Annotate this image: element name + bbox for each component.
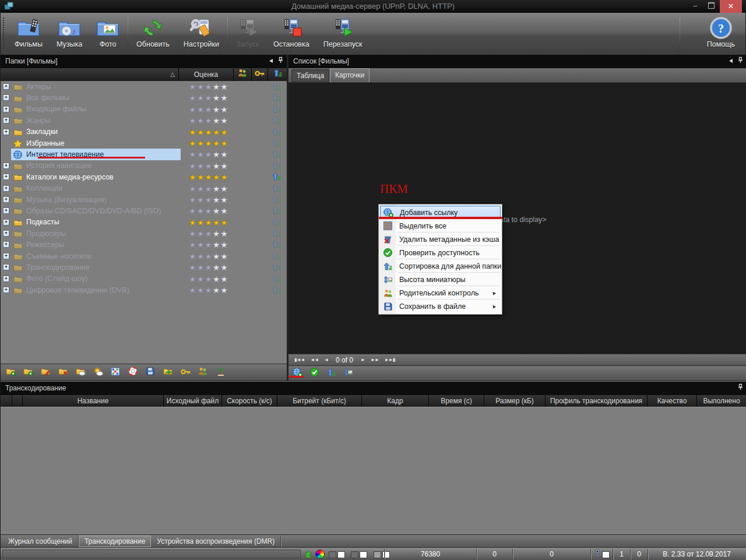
toolbar-button-settings[interactable]: Настройки <box>177 15 226 50</box>
expand-icon[interactable]: + <box>3 230 9 237</box>
expand-icon[interactable]: + <box>3 241 9 248</box>
toolbar-button-vacation[interactable] <box>215 368 226 378</box>
restore-button[interactable] <box>703 0 719 12</box>
rating-stars[interactable]: ★★★★★ <box>182 206 235 216</box>
toolbar-button-folder-edit[interactable] <box>40 368 51 378</box>
toolbar-button-sort[interactable] <box>326 368 336 378</box>
toolbar-button-refresh[interactable]: Обновить <box>129 15 177 50</box>
column-header-spacer-0[interactable] <box>1 395 12 407</box>
column-header-5[interactable]: Битрейт (кБит/с) <box>277 395 362 407</box>
bottom-tab-dmr-devices[interactable]: Устройства воспроизведения (DMR) <box>151 536 281 547</box>
expand-icon[interactable]: + <box>3 106 9 112</box>
rating-stars[interactable]: ★★★★★ <box>182 217 235 228</box>
pin-panel-icon[interactable] <box>738 55 743 68</box>
prev-record-button[interactable]: ◄ <box>321 357 331 362</box>
folder-item-navigation-history[interactable]: +История навигации★★★★★ <box>1 160 287 171</box>
expand-icon[interactable]: + <box>3 185 9 192</box>
column-header-name[interactable]: △ <box>1 68 179 81</box>
toolbar-button-films[interactable]: Фильмы <box>8 15 50 50</box>
expand-icon[interactable]: + <box>3 117 9 124</box>
column-header-11[interactable]: Выполнено <box>697 395 746 407</box>
bottom-tab-transcoding[interactable]: Транскодирование <box>79 536 151 547</box>
column-header-7[interactable]: Время (с) <box>429 395 484 407</box>
collapse-panel-icon[interactable] <box>269 55 273 68</box>
toolbar-button-folder-delete[interactable] <box>58 368 68 378</box>
folder-item-transcoding[interactable]: +Транскодирование★★★★★ <box>1 262 287 273</box>
first-record-button[interactable]: ▮◄◄ <box>291 357 307 362</box>
fast-forward-button[interactable]: ►► <box>368 357 382 362</box>
tab-table[interactable]: Таблица <box>291 69 329 82</box>
rating-stars[interactable]: ★★★★★ <box>182 82 235 92</box>
rating-stars[interactable]: ★★★★★ <box>182 127 235 138</box>
toolbar-button-restart[interactable]: ♪Перезапуск <box>316 15 370 50</box>
toolbar-button-parental[interactable] <box>198 368 208 378</box>
folder-item-incoming-files[interactable]: +Входящие файлы★★★★★ <box>1 104 287 115</box>
expand-icon[interactable]: + <box>3 287 9 293</box>
close-button[interactable]: ✕ <box>720 0 742 13</box>
column-header-10[interactable]: Качество <box>648 395 697 407</box>
folder-item-directors[interactable]: +Режиссеры★★★★★ <box>1 239 287 250</box>
rating-stars[interactable]: ★★★★★ <box>182 149 235 160</box>
folder-item-media-catalogs[interactable]: +Каталоги медиа-ресурсов★★★★★ <box>1 171 287 182</box>
folder-item-removable-media[interactable]: +Съемные носители★★★★★ <box>1 251 287 262</box>
folder-item-collections[interactable]: +Коллекции★★★★★ <box>1 183 287 194</box>
expand-icon[interactable]: + <box>3 219 9 226</box>
rating-stars[interactable]: ★★★★★ <box>182 251 235 262</box>
toolbar-button-globe-add[interactable] <box>292 368 302 378</box>
toolbar-button-weather[interactable] <box>93 368 103 378</box>
column-header-parental[interactable] <box>234 68 252 81</box>
rating-stars[interactable]: ★★★★★ <box>182 285 235 295</box>
column-header-spacer-1[interactable] <box>12 395 23 407</box>
column-header-3[interactable]: Исходный файл <box>164 395 222 407</box>
toolbar-button-mosaic[interactable] <box>110 368 121 378</box>
toolbar-button-folder-add[interactable] <box>23 368 33 378</box>
folder-item-favorites[interactable]: Избранные★★★★★ <box>1 138 287 149</box>
rating-stars[interactable]: ★★★★★ <box>182 274 235 284</box>
expand-icon[interactable]: + <box>3 264 9 270</box>
column-header-6[interactable]: Кадр <box>362 395 429 407</box>
toolbar-button-folder-cloud[interactable] <box>75 368 86 378</box>
expand-icon[interactable]: + <box>3 94 9 101</box>
column-header-4[interactable]: Скорость (к/с) <box>222 395 277 407</box>
pin-panel-icon[interactable] <box>738 382 743 395</box>
minimize-button[interactable]: – <box>688 0 702 12</box>
rating-stars[interactable]: ★★★★★ <box>182 104 235 115</box>
rating-stars[interactable]: ★★★★★ <box>182 195 235 205</box>
column-header-sort[interactable] <box>268 68 287 81</box>
rating-stars[interactable]: ★★★★★ <box>182 228 235 239</box>
toolbar-button-folder-export[interactable] <box>163 368 173 378</box>
toolbar-button-photo[interactable]: Фото <box>89 15 126 50</box>
folder-item-bookmarks[interactable]: +Закладки★★★★★ <box>1 126 287 138</box>
folder-item-disc-images[interactable]: +Образы CD/SACD/DVD/DVD-A/BD (ISO)★★★★★ <box>1 205 287 216</box>
help-button[interactable]: ? Помощь <box>700 15 742 50</box>
folder-item-all-films[interactable]: +Все фильмы★★★★★ <box>1 92 287 103</box>
toolbar-button-folder-add-media[interactable] <box>5 368 16 378</box>
rating-stars[interactable]: ★★★★★ <box>182 138 235 149</box>
folder-item-genres[interactable]: +Жанры★★★★★ <box>1 115 287 126</box>
expand-icon[interactable]: + <box>3 253 9 259</box>
column-header-2[interactable]: Название <box>23 395 164 407</box>
folder-item-actors[interactable]: +Актеры★★★★★ <box>1 81 287 92</box>
column-header-rating[interactable]: Оценка <box>179 68 234 81</box>
expand-icon[interactable]: + <box>3 276 9 282</box>
expand-icon[interactable]: + <box>3 129 9 135</box>
toolbar-grip[interactable] <box>3 17 4 50</box>
toolbar-button-lifebuoy[interactable] <box>128 368 138 378</box>
expand-icon[interactable]: + <box>3 83 9 90</box>
next-record-button[interactable]: ► <box>358 357 368 362</box>
fast-back-button[interactable]: ◄◄ <box>307 357 321 362</box>
column-header-access[interactable] <box>252 68 268 81</box>
toolbar-button-save[interactable] <box>145 368 156 378</box>
folder-item-music-visualization[interactable]: +Музыка (Визуализация)★★★★★ <box>1 194 287 205</box>
rating-stars[interactable]: ★★★★★ <box>182 161 235 171</box>
tab-cards[interactable]: Карточки <box>330 68 370 82</box>
bottom-tab-message-log[interactable]: Журнал сообщений <box>2 536 79 547</box>
toolbar-button-check[interactable] <box>309 368 319 378</box>
column-header-9[interactable]: Профиль транскодирования <box>546 395 648 407</box>
folder-item-internet-tv[interactable]: Интернет телевидение★★★★★ <box>1 149 287 160</box>
expand-icon[interactable]: + <box>3 174 9 180</box>
last-record-button[interactable]: ►►▮ <box>382 357 397 362</box>
rating-stars[interactable]: ★★★★★ <box>182 240 235 250</box>
rating-stars[interactable]: ★★★★★ <box>182 115 235 126</box>
toolbar-button-thumb-height[interactable] <box>343 368 353 378</box>
